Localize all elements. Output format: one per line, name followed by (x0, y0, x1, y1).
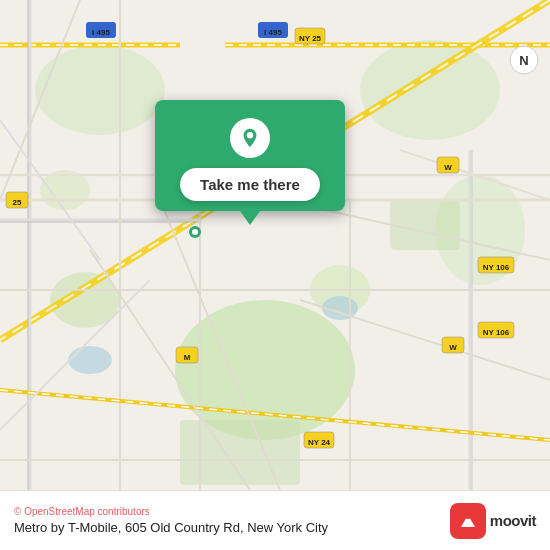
copyright-symbol: © (14, 506, 21, 517)
location-marker-card: Take me there (155, 100, 345, 211)
svg-text:NY 25: NY 25 (299, 34, 322, 43)
svg-text:25: 25 (13, 198, 22, 207)
svg-text:NY 106: NY 106 (483, 263, 510, 272)
map-background: I 495 I 495 NY 25 25 W W NY 106 NY 106 M… (0, 0, 550, 490)
bottom-bar: © OpenStreetMap contributors Metro by T-… (0, 490, 550, 550)
svg-point-66 (465, 513, 471, 519)
svg-text:NY 24: NY 24 (308, 438, 331, 447)
svg-point-11 (68, 346, 112, 374)
svg-text:W: W (444, 163, 452, 172)
location-name: Metro by T-Mobile, 605 Old Country Rd, N… (14, 520, 328, 535)
moovit-icon (450, 503, 486, 539)
svg-text:W: W (449, 343, 457, 352)
moovit-text: moovit (490, 512, 536, 529)
svg-point-2 (35, 45, 165, 135)
svg-point-42 (192, 229, 198, 235)
svg-rect-5 (390, 200, 460, 250)
svg-text:NY 106: NY 106 (483, 328, 510, 337)
svg-text:N: N (519, 53, 528, 68)
moovit-logo: moovit (450, 503, 536, 539)
location-info: © OpenStreetMap contributors Metro by T-… (14, 506, 328, 535)
svg-text:I 495: I 495 (92, 28, 110, 37)
svg-point-65 (247, 132, 253, 138)
osm-attribution: © OpenStreetMap contributors (14, 506, 328, 517)
osm-source: OpenStreetMap contributors (24, 506, 150, 517)
svg-text:I 495: I 495 (264, 28, 282, 37)
svg-point-3 (360, 40, 500, 140)
map-container: I 495 I 495 NY 25 25 W W NY 106 NY 106 M… (0, 0, 550, 490)
location-pin-icon (230, 118, 270, 158)
take-me-there-button[interactable]: Take me there (180, 168, 320, 201)
svg-text:M: M (184, 353, 191, 362)
